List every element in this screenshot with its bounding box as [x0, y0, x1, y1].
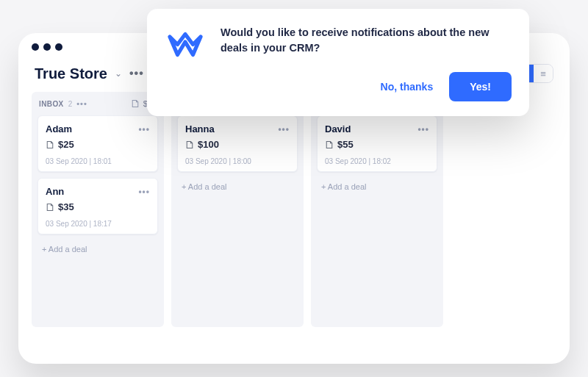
card-menu-icon[interactable]: •••	[278, 124, 290, 134]
deal-name: Hanna	[185, 123, 215, 134]
deal-timestamp: 03 Sep 2020 | 18:00	[185, 157, 290, 165]
decline-button[interactable]: No, thanks	[372, 73, 442, 100]
deal-amount: $35	[58, 201, 74, 212]
column-title: INBOX	[39, 100, 64, 108]
deal-name: David	[325, 123, 351, 134]
column-header: INBOX 2 ••• $60	[32, 92, 164, 115]
deal-amount: $55	[337, 139, 354, 150]
kanban-board: INBOX 2 ••• $60 Adam •••	[18, 92, 570, 340]
chevron-down-icon[interactable]: ⌄	[115, 68, 122, 79]
add-column[interactable]: +	[451, 92, 480, 327]
card-menu-icon[interactable]: •••	[138, 187, 150, 197]
add-deal-button[interactable]: + Add a deal	[171, 178, 304, 191]
deal-name: Ann	[46, 186, 64, 197]
modal-actions: No, thanks Yes!	[220, 72, 512, 101]
document-icon	[131, 99, 140, 108]
column-count: 2	[68, 100, 73, 108]
card-menu-icon[interactable]: •••	[138, 124, 150, 134]
window-dot	[32, 43, 39, 51]
window-dot	[55, 43, 62, 51]
deal-amount: $100	[198, 139, 219, 150]
document-icon	[185, 140, 194, 149]
kanban-column: DONE 1 ••• $55 David •••	[311, 92, 443, 327]
more-options-icon[interactable]: •••	[129, 67, 144, 80]
list-view-button[interactable]: ≡	[534, 65, 553, 82]
header-left: True Store ⌄ •••	[35, 65, 144, 82]
deal-card[interactable]: Hanna ••• $100 03 Sep 2020 | 18:00	[177, 115, 298, 172]
deal-timestamp: 03 Sep 2020 | 18:01	[46, 157, 150, 165]
modal-body: Would you like to receive notifications …	[220, 25, 512, 101]
deal-amount: $25	[58, 139, 74, 150]
card-menu-icon[interactable]: •••	[417, 124, 429, 134]
kanban-column: INBOX 2 ••• $60 Adam •••	[32, 92, 164, 327]
deal-card[interactable]: Adam ••• $25 03 Sep 2020 | 18:01	[37, 115, 158, 172]
column-menu-icon[interactable]: •••	[76, 99, 87, 108]
workspace-title: True Store	[35, 65, 107, 82]
add-deal-button[interactable]: + Add a deal	[32, 240, 164, 254]
document-icon	[46, 203, 54, 212]
modal-message: Would you like to receive notifications …	[220, 25, 512, 56]
document-icon	[325, 140, 334, 149]
document-icon	[46, 140, 54, 149]
deal-name: Adam	[46, 123, 72, 134]
window-dot	[43, 43, 51, 51]
accept-button[interactable]: Yes!	[449, 72, 512, 101]
kanban-column: IN PROGRESS 1 ••• $100 Hanna •••	[171, 92, 304, 327]
deal-card[interactable]: Ann ••• $35 03 Sep 2020 | 18:17	[37, 178, 158, 234]
add-deal-button[interactable]: + Add a deal	[311, 178, 443, 191]
deal-timestamp: 03 Sep 2020 | 18:17	[46, 220, 150, 228]
app-logo-icon	[163, 25, 207, 69]
deal-timestamp: 03 Sep 2020 | 18:02	[325, 157, 429, 165]
deal-card[interactable]: David ••• $55 03 Sep 2020 | 18:02	[317, 115, 437, 172]
notification-permission-modal: Would you like to receive notifications …	[147, 9, 529, 116]
